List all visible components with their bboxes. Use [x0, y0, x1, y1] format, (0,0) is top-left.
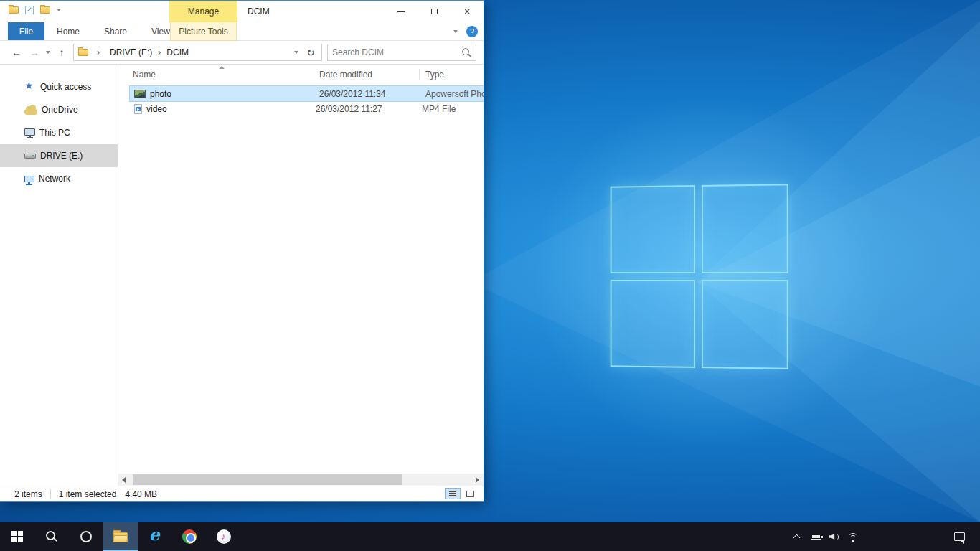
- screen: Manage DCIM × File HomeShareView Picture…: [0, 0, 980, 551]
- network-status-button[interactable]: [844, 522, 862, 551]
- scroll-left-arrow-icon[interactable]: [118, 474, 131, 486]
- file-list-pane: NameDate modifiedType photo 26/03/2012 1…: [118, 65, 484, 486]
- tab-share[interactable]: Share: [92, 22, 139, 40]
- thumbnails-view-icon: [466, 491, 474, 497]
- itunes-button[interactable]: [207, 522, 241, 551]
- explorer-icon: [113, 532, 128, 542]
- scrollbar-thumb[interactable]: [133, 474, 402, 485]
- new-folder-icon[interactable]: [40, 6, 50, 14]
- itunes-icon: [217, 529, 231, 544]
- cortana-icon: [80, 531, 92, 542]
- status-divider: [50, 489, 51, 499]
- tab-picture-tools[interactable]: Picture Tools: [170, 22, 237, 41]
- sidebar-item-network[interactable]: Network: [0, 167, 118, 190]
- help-button[interactable]: ?: [466, 26, 478, 37]
- ribbon-tabs: HomeShareView: [44, 22, 182, 40]
- tab-home[interactable]: Home: [44, 22, 92, 40]
- maximize-button[interactable]: [418, 1, 451, 22]
- navigation-pane: Quick access OneDrive This PC DRIVE (E:)…: [0, 65, 118, 486]
- selection-count: 1 item selected: [59, 489, 117, 499]
- customize-toolbar-chevron-icon[interactable]: [57, 9, 61, 11]
- star-icon: [24, 82, 36, 93]
- expand-ribbon-chevron-icon[interactable]: [453, 30, 458, 33]
- items-count: 2 items: [14, 489, 42, 499]
- column-header-date-modified[interactable]: Date modified: [316, 65, 420, 84]
- system-tray: [788, 522, 980, 551]
- minimize-icon: [397, 11, 405, 12]
- chevron-up-icon: [793, 533, 801, 540]
- start-button[interactable]: [0, 522, 34, 551]
- ribbon-right-controls: ?: [453, 22, 478, 41]
- tab-file[interactable]: File: [8, 22, 44, 40]
- cortana-button[interactable]: [69, 522, 103, 551]
- action-center-icon: [954, 532, 965, 541]
- file-row-photo[interactable]: photo 26/03/2012 11:34 Apowersoft Pho: [130, 86, 484, 101]
- volume-button[interactable]: [825, 522, 844, 551]
- windows-logo-pane: [611, 280, 695, 368]
- up-button[interactable]: ↑: [55, 47, 68, 58]
- video-icon: [134, 104, 142, 114]
- folder-icon[interactable]: [9, 6, 19, 14]
- forward-button[interactable]: →: [28, 47, 41, 58]
- properties-check-icon[interactable]: [25, 6, 34, 14]
- sidebar-item-quick-access[interactable]: Quick access: [0, 75, 118, 98]
- back-button[interactable]: ←: [10, 47, 23, 58]
- scroll-right-arrow-icon[interactable]: [471, 474, 484, 486]
- search-input[interactable]: [332, 47, 461, 57]
- tray-expand-button[interactable]: [788, 522, 806, 551]
- ribbon-tab-row: File HomeShareView Picture Tools ?: [0, 22, 484, 41]
- column-headers: NameDate modifiedType: [118, 65, 484, 84]
- breadcrumb-separator-icon: [93, 47, 104, 57]
- search-icon: [45, 530, 58, 543]
- chrome-button[interactable]: [172, 522, 207, 551]
- cloud-icon: [24, 109, 37, 115]
- quick-access-toolbar: [9, 6, 61, 14]
- file-explorer-window: Manage DCIM × File HomeShareView Picture…: [0, 0, 484, 502]
- selection-size: 4.40 MB: [125, 489, 157, 499]
- column-header-type[interactable]: Type: [420, 65, 484, 84]
- taskbar-search-button[interactable]: [34, 522, 69, 551]
- volume-icon: [829, 532, 840, 541]
- details-view-icon: [449, 491, 456, 496]
- window-main: Quick access OneDrive This PC DRIVE (E:)…: [0, 65, 484, 486]
- chrome-icon: [182, 529, 197, 544]
- manage-context-header[interactable]: Manage: [169, 1, 237, 22]
- address-dropdown-chevron-icon[interactable]: [294, 51, 298, 54]
- windows-logo-pane: [701, 184, 788, 273]
- internet-explorer-button[interactable]: [138, 522, 172, 551]
- pc-icon: [24, 128, 35, 136]
- windows-logo-pane: [701, 280, 788, 369]
- column-header-name[interactable]: Name: [118, 65, 316, 84]
- sidebar-item-onedrive[interactable]: OneDrive: [0, 98, 118, 121]
- search-box: [327, 44, 476, 61]
- close-button[interactable]: ×: [451, 1, 484, 22]
- recent-locations-chevron-icon[interactable]: [46, 51, 50, 54]
- title-bar[interactable]: Manage DCIM ×: [0, 1, 484, 22]
- network-icon: [24, 176, 34, 182]
- maximize-icon: [431, 9, 438, 14]
- details-view-button[interactable]: [445, 488, 461, 499]
- file-explorer-button[interactable]: [103, 522, 138, 551]
- breadcrumb-drive-e[interactable]: DRIVE (E:): [108, 47, 165, 57]
- photo-icon: [134, 90, 146, 98]
- minimize-button[interactable]: [385, 1, 418, 22]
- wallpaper-windows-logo: [611, 184, 788, 369]
- thumbnails-view-button[interactable]: [462, 488, 478, 499]
- sidebar-item-this-pc[interactable]: This PC: [0, 121, 118, 144]
- window-title: DCIM: [248, 6, 270, 17]
- action-center-button[interactable]: [947, 522, 971, 551]
- windows-logo-pane: [611, 185, 695, 273]
- battery-status-button[interactable]: [806, 522, 825, 551]
- breadcrumb-dcim[interactable]: DCIM: [165, 47, 190, 57]
- view-toggle-buttons: [445, 488, 478, 499]
- sidebar-item-drive-e[interactable]: DRIVE (E:): [0, 144, 118, 167]
- horizontal-scrollbar[interactable]: [118, 474, 484, 486]
- ie-icon: [146, 528, 164, 545]
- search-icon[interactable]: [461, 47, 471, 57]
- window-controls: ×: [385, 1, 484, 22]
- address-bar[interactable]: DRIVE (E:) DCIM ↻: [73, 44, 322, 61]
- status-bar: 2 items 1 item selected 4.40 MB: [0, 486, 484, 501]
- refresh-button[interactable]: ↻: [303, 47, 319, 58]
- file-row-video[interactable]: video 26/03/2012 11:27 MP4 File: [130, 101, 484, 116]
- drive-icon: [24, 154, 36, 159]
